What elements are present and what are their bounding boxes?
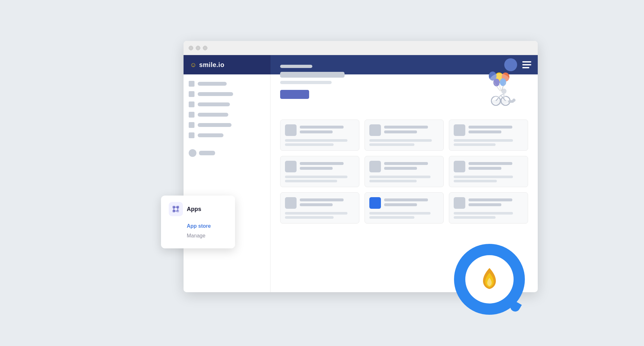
card-line (469, 203, 501, 206)
scene: ☺ smile.io (145, 41, 499, 305)
cards-grid (280, 120, 528, 224)
card-thumb (369, 161, 381, 172)
card-1-2[interactable] (365, 120, 444, 151)
card-3-1[interactable] (280, 192, 359, 224)
card-thumb (285, 124, 297, 136)
card-detail (369, 176, 431, 178)
card-2-2[interactable] (365, 156, 444, 187)
card-detail (285, 176, 347, 178)
dropdown-header: Apps (169, 202, 227, 216)
sidebar-item-6[interactable] (189, 132, 265, 138)
card-line (300, 203, 333, 206)
card-detail (454, 143, 496, 146)
hero-section (280, 65, 528, 110)
sidebar (184, 74, 270, 292)
card-thumb (454, 197, 465, 209)
card-2-1[interactable] (280, 156, 359, 187)
apps-dropdown: Apps App store Manage (161, 196, 235, 248)
card-detail (369, 216, 414, 219)
card-detail (285, 216, 334, 219)
hero-illustration (470, 65, 528, 110)
flame-icon (478, 266, 501, 292)
card-thumb-highlighted (369, 197, 381, 209)
balloons-illustration (473, 65, 525, 110)
apps-box-icon (172, 205, 180, 213)
card-detail (369, 212, 431, 215)
nav-brand: ☺ smile.io (184, 55, 270, 74)
hero-subtitle (280, 81, 332, 84)
card-line (384, 126, 428, 129)
card-line (384, 203, 417, 206)
card-detail (285, 139, 347, 142)
card-thumb (285, 197, 297, 209)
card-detail (454, 176, 513, 178)
badge-inner-circle (465, 255, 514, 303)
card-line (300, 162, 344, 165)
sidebar-item-1[interactable] (189, 81, 265, 87)
badge-outer-circle (454, 244, 525, 315)
sidebar-item-4[interactable] (189, 112, 265, 118)
card-detail (454, 139, 513, 142)
card-line (300, 126, 344, 129)
card-thumb (454, 124, 465, 136)
dropdown-item-app-store[interactable]: App store (169, 221, 227, 231)
hero-button[interactable] (280, 90, 309, 99)
apps-icon-box (169, 202, 183, 216)
browser-titlebar (184, 41, 538, 55)
card-line (300, 130, 333, 133)
dropdown-item-manage[interactable]: Manage (169, 231, 227, 241)
brand-name: smile.io (199, 61, 224, 69)
card-3-3[interactable] (449, 192, 528, 224)
dropdown-title: Apps (187, 206, 201, 213)
card-detail (454, 216, 496, 219)
card-1-3[interactable] (449, 120, 528, 151)
card-detail (454, 180, 497, 182)
smile-logo-icon: ☺ (190, 61, 196, 69)
svg-point-9 (512, 99, 516, 102)
traffic-light-green[interactable] (203, 46, 207, 50)
card-line (469, 162, 512, 165)
card-detail (285, 143, 334, 146)
card-line (469, 130, 501, 133)
card-line (300, 198, 344, 201)
card-line (384, 130, 417, 133)
card-detail (369, 143, 414, 146)
card-2-3[interactable] (449, 156, 528, 187)
hero-label (280, 65, 312, 68)
card-line (384, 198, 428, 201)
card-line (469, 198, 512, 201)
sidebar-item-3[interactable] (189, 101, 265, 107)
sidebar-item-5[interactable] (189, 122, 265, 128)
card-line (469, 126, 512, 129)
hero-text (280, 65, 470, 99)
smile-chat-badge[interactable] (454, 244, 525, 315)
card-3-2[interactable] (365, 192, 444, 224)
sidebar-item-2[interactable] (189, 91, 265, 97)
card-detail (369, 139, 432, 142)
card-detail (454, 212, 513, 215)
card-thumb (369, 124, 381, 136)
card-thumb (285, 161, 297, 172)
card-1-1[interactable] (280, 120, 359, 151)
card-detail (285, 212, 347, 215)
traffic-light-yellow[interactable] (196, 46, 200, 50)
svg-point-20 (488, 73, 512, 98)
card-detail (369, 180, 417, 182)
traffic-light-red[interactable] (189, 46, 193, 50)
card-line (384, 167, 417, 170)
card-line (384, 162, 428, 165)
card-line (300, 167, 333, 170)
card-line (469, 167, 501, 170)
card-thumb (454, 161, 465, 172)
hero-title (280, 72, 345, 78)
card-detail (285, 180, 337, 182)
